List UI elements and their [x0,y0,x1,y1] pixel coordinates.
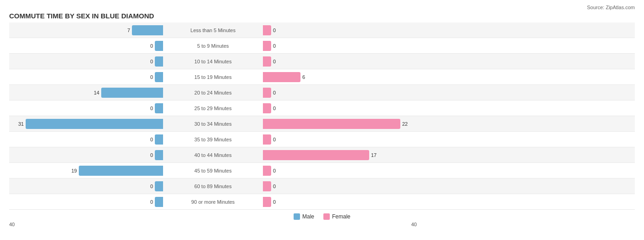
female-value: 0 [273,90,276,95]
female-value: 0 [273,43,276,49]
male-value: 0 [150,152,153,158]
female-bar-container: 6 [261,72,417,82]
female-bar-container: 22 [261,119,417,129]
female-value: 22 [402,121,408,127]
row-label: 35 to 39 Minutes [165,137,261,142]
female-bar [263,119,400,129]
female-bar-container: 0 [261,56,417,67]
female-bar-container: 0 [261,166,417,176]
male-bar-container: 31 [9,119,165,129]
male-bar [101,88,163,98]
male-bar-container: 14 [9,88,165,98]
female-bar [263,72,300,82]
female-value: 0 [273,137,276,142]
female-bar [263,56,271,67]
male-value: 0 [150,137,153,142]
female-bar [263,134,271,145]
male-bar [155,103,163,113]
legend-male: Male [294,213,314,220]
chart-row: 05 to 9 Minutes0 [9,38,635,54]
male-bar-container: 0 [9,150,165,160]
legend-female-box [323,213,330,220]
female-bar-container: 0 [261,181,417,191]
male-bar [155,181,163,191]
chart-title: COMMUTE TIME BY SEX IN BLUE DIAMOND [9,12,635,20]
chart-area: 7Less than 5 Minutes005 to 9 Minutes0010… [9,22,635,210]
female-bar-container: 0 [261,88,417,98]
chart-row: 060 to 89 Minutes0 [9,179,635,194]
female-bar [263,197,271,207]
female-value: 0 [273,59,276,64]
row-label: 90 or more Minutes [165,199,261,205]
male-value: 0 [150,199,153,205]
male-bar [155,150,163,160]
row-label: 45 to 59 Minutes [165,168,261,173]
male-value: 0 [150,74,153,80]
legend-female: Female [323,213,350,220]
male-bar [132,25,163,35]
row-label: 5 to 9 Minutes [165,43,261,49]
chart-row: 7Less than 5 Minutes0 [9,22,635,38]
male-bar-container: 0 [9,197,165,207]
male-bar [79,166,163,176]
female-bar [263,88,271,98]
female-value: 17 [371,152,377,158]
chart-row: 015 to 19 Minutes6 [9,69,635,85]
chart-row: 3130 to 34 Minutes22 [9,116,635,132]
female-bar-container: 17 [261,150,417,160]
female-value: 0 [273,106,276,111]
row-label: 10 to 14 Minutes [165,59,261,64]
row-label: 30 to 34 Minutes [165,121,261,127]
male-bar [155,72,163,82]
legend-male-label: Male [302,213,314,220]
female-bar [263,25,271,35]
legend-row: Male Female [9,213,635,220]
male-bar-container: 19 [9,166,165,176]
female-bar [263,103,271,113]
chart-row: 090 or more Minutes0 [9,194,635,210]
axis-right-label: 40 [261,222,417,227]
male-bar [155,134,163,145]
male-bar-container: 7 [9,25,165,35]
row-label: 25 to 29 Minutes [165,106,261,111]
male-value: 0 [150,106,153,111]
chart-row: 035 to 39 Minutes0 [9,132,635,147]
row-label: 40 to 44 Minutes [165,152,261,158]
legend-male-box [294,213,300,220]
female-bar-container: 0 [261,25,417,35]
male-bar-container: 0 [9,72,165,82]
female-bar [263,41,271,51]
row-label: 60 to 89 Minutes [165,184,261,189]
female-value: 6 [302,74,305,80]
male-value: 14 [94,90,99,95]
chart-row: 1420 to 24 Minutes0 [9,85,635,100]
source-label: Source: ZipAtlas.com [9,5,635,10]
chart-row: 025 to 29 Minutes0 [9,100,635,116]
chart-row: 040 to 44 Minutes17 [9,147,635,163]
axis-left-label: 40 [9,222,165,227]
male-value: 0 [150,59,153,64]
chart-row: 010 to 14 Minutes0 [9,54,635,69]
row-label: Less than 5 Minutes [165,28,261,33]
female-value: 0 [273,199,276,205]
legend-female-label: Female [332,213,350,220]
female-value: 0 [273,184,276,189]
male-bar-container: 0 [9,103,165,113]
male-bar [26,119,163,129]
chart-row: 1945 to 59 Minutes0 [9,163,635,179]
male-value: 19 [71,168,77,173]
male-bar-container: 0 [9,134,165,145]
male-value: 7 [127,28,130,33]
male-bar [155,41,163,51]
axis-row: 40 40 [9,222,635,227]
male-bar-container: 0 [9,41,165,51]
male-value: 0 [150,43,153,49]
female-bar [263,181,271,191]
row-label: 15 to 19 Minutes [165,74,261,80]
male-bar-container: 0 [9,181,165,191]
male-bar [155,197,163,207]
female-bar-container: 0 [261,41,417,51]
row-label: 20 to 24 Minutes [165,90,261,95]
female-bar-container: 0 [261,134,417,145]
male-value: 0 [150,184,153,189]
